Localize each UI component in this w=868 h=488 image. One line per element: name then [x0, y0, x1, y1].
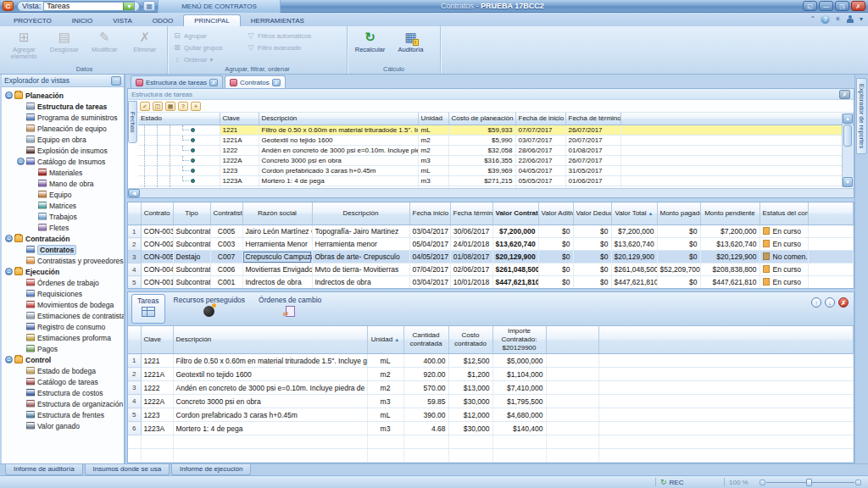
sidebar-item-control[interactable]: –Control — [3, 354, 124, 365]
breakdown-button[interactable]: ▤Desglosar — [45, 28, 85, 64]
ribbon-tab-herramientas[interactable]: HERRAMIENTAS — [241, 15, 314, 26]
document-tab-estructura-de-tareas[interactable]: Estructura de tareas✗ — [131, 75, 223, 88]
collapse-icon[interactable]: – — [17, 158, 25, 165]
expand-grid-icon[interactable]: + — [191, 102, 201, 111]
detail-tab-tareas[interactable]: Tareas — [131, 294, 165, 324]
sidebar-item-movimientos-de-bodega[interactable]: Movimientos de bodega — [3, 299, 124, 310]
ribbon-tab-inicio[interactable]: INICIO — [62, 15, 103, 26]
contract-row[interactable]: 1CON-003SubcontratoC005Jairo León Martín… — [128, 225, 854, 238]
row-number[interactable]: 1 — [128, 354, 141, 368]
column-header-monto-pagado[interactable]: Monto pagado — [657, 202, 700, 225]
vista-combo[interactable]: Tareas ▼ — [43, 2, 135, 11]
ribbon-tab-proyecto[interactable]: PROYECTO — [3, 15, 62, 26]
column-header-razon-social[interactable]: Razón social — [242, 202, 312, 225]
column-header-contratista[interactable]: Contratista — [210, 202, 242, 225]
table-row[interactable]: 123EQUIPOS UTILIZADOS EN OBRAS DE ARTEm2… — [138, 186, 854, 188]
delete-button[interactable]: ✗Eliminar — [125, 28, 165, 64]
column-header-valor-contrato[interactable]: Valor Contrato — [492, 202, 538, 225]
column-header-contrato[interactable]: Contrato — [141, 202, 173, 225]
detail-task-row[interactable]: 31222Andén en concreto de 3000 psi e=0.1… — [128, 381, 854, 395]
ungroup-button[interactable]: ⊠Quitar grupos — [170, 42, 243, 53]
pin-icon[interactable]: ◫ — [111, 76, 121, 86]
column-header-descripcion[interactable]: Descripción — [173, 326, 367, 354]
ribbon-tab-principal[interactable]: PRINCIPAL — [183, 14, 241, 26]
bottom-tab-informe-de-ejecucion[interactable]: Informe de ejecución — [171, 464, 251, 475]
table-row[interactable]: 1221Filtro de 0.50 x 0.60m en material t… — [138, 125, 854, 135]
sidebar-item-programa-de-suministros[interactable]: Programa de suministros — [3, 112, 124, 123]
row-number[interactable]: 4 — [128, 395, 141, 408]
detail-tab-recursos-perseguidos[interactable]: Recursos perseguidos — [169, 294, 251, 324]
column-header-rownum[interactable] — [128, 202, 141, 225]
column-header-clave[interactable]: Clave — [220, 113, 259, 125]
sidebar-item-requisiciones[interactable]: Requisiciones — [3, 288, 124, 299]
help-grid-icon[interactable]: ? — [178, 102, 188, 111]
sidebar-item-fletes[interactable]: Fletes — [3, 222, 124, 233]
add-element-button[interactable]: ⊞Agregar elemento — [4, 28, 44, 64]
detail-tab-ordenes-de-cambio[interactable]: Órdenes de cambio — [253, 294, 326, 324]
modify-button[interactable]: ✎Modificar — [85, 28, 125, 64]
row-number[interactable]: 5 — [128, 408, 141, 422]
contract-row[interactable]: 2CON-002SubcontratoC003Herramienta Menor… — [128, 238, 854, 251]
column-header-tipo[interactable]: Tipo — [173, 202, 210, 225]
column-header-descripcion[interactable]: Descripción — [259, 113, 418, 125]
detail-task-row[interactable]: 51223Cordon prefabricado 3 caras h+0.45m… — [128, 408, 854, 422]
detail-task-row[interactable]: 21221AGeotextil no tejido 1600m2920.00$1… — [128, 368, 854, 381]
row-number[interactable]: 5 — [128, 276, 141, 289]
scroll-left-icon[interactable]: ◀ — [128, 189, 140, 197]
ribbon-tab-odoo[interactable]: ODOO — [142, 15, 183, 26]
table-row[interactable]: 1221AGeotextil no tejido 1600m2$5,99003/… — [138, 135, 854, 145]
row-number[interactable]: 4 — [128, 263, 141, 276]
row-number[interactable]: 2 — [128, 368, 141, 381]
column-header-rownum[interactable] — [128, 326, 141, 354]
column-header-estado[interactable]: Estado — [138, 113, 220, 125]
check-columns-icon[interactable]: ✓ — [140, 102, 150, 111]
table-row[interactable]: 1222Andén en concreto de 3000 psi e=0.10… — [138, 145, 854, 155]
panel-close-icon[interactable]: ✗ — [839, 90, 850, 99]
vista-dropdown-icon[interactable]: ▼ — [123, 3, 134, 10]
tab-close-icon[interactable]: ✗ — [209, 79, 218, 86]
sidebar-item-estimaciones-proforma[interactable]: Estimaciones proforma — [3, 332, 124, 343]
column-header-valor-aditivas[interactable]: Valor Aditivas — [538, 202, 573, 225]
column-header-unidad[interactable]: Unidad▲ — [367, 326, 403, 354]
sidebar-item-contratos[interactable]: Contratos — [3, 244, 124, 255]
contract-row[interactable]: 5CON-001SubcontratoC001Indrectos de obra… — [128, 276, 854, 289]
sidebar-item-ordenes-de-trabajo[interactable]: Órdenes de trabajo — [3, 277, 124, 288]
group-button[interactable]: ⊟Agrupar — [170, 30, 243, 41]
column-header-estatus-del-contrato[interactable]: Estatus del contrato — [760, 202, 808, 225]
collapse-ribbon-icon[interactable]: ⌃ — [810, 15, 816, 23]
move-down-icon[interactable]: ↓ — [825, 297, 835, 308]
tab-close-icon[interactable]: ✗ — [272, 79, 281, 86]
contract-row[interactable]: 3CON-005DestajoC007Crepusculo CampuzanoO… — [128, 251, 854, 263]
column-header-descripcion[interactable]: Descripción — [312, 202, 409, 225]
sidebar-item-equipo[interactable]: Equipo — [3, 189, 124, 200]
sidebar-item-mano-de-obra[interactable]: Mano de obra — [3, 178, 124, 189]
document-tab-contratos[interactable]: Contratos✗ — [225, 75, 286, 88]
bottom-tab-insumos-donde-se-usa[interactable]: Insumos donde se usa — [85, 464, 170, 475]
sidebar-item-ejecucion[interactable]: –Ejecución — [3, 266, 124, 277]
column-header-clave[interactable]: Clave — [141, 326, 173, 354]
column-header-monto-pendiente[interactable]: Monto pendiente — [700, 202, 760, 225]
column-header-fecha-inicio-original[interactable]: Fecha inicio original — [409, 202, 450, 225]
advanced-filter-button[interactable]: ▽Filtro avanzado — [244, 42, 339, 53]
scroll-down-icon[interactable]: ▼ — [843, 177, 853, 187]
table-row[interactable]: 1222AConcreto 3000 psi en obram3$316,355… — [138, 155, 854, 165]
sidebar-item-catalogo-de-insumos[interactable]: –Catálogo de Insumos — [3, 156, 124, 167]
collapse-icon[interactable]: – — [5, 268, 13, 275]
recalculate-button[interactable]: ↻Recalcular — [350, 28, 390, 64]
sidebar-item-materiales[interactable]: Materiales — [3, 167, 124, 178]
column-header-costo[interactable]: Costo contratado — [448, 326, 492, 354]
column-header-importe[interactable]: Importe Contratado: $20129900 — [492, 326, 546, 354]
column-header-fecha-de-inicio[interactable]: Fecha de inicio — [515, 113, 565, 125]
sort-button[interactable]: ↕Ordenar▾ — [170, 54, 243, 64]
bottom-tab-informe-de-auditoria[interactable]: Informe de auditoría — [5, 464, 83, 475]
table-row[interactable]: 1223Cordon prefabricado 3 caras h+0.45mm… — [138, 165, 854, 175]
column-header-costo-de-planeacion[interactable]: Costo de planeación — [448, 113, 515, 125]
ribbon-tab-vista[interactable]: VISTA — [103, 15, 142, 26]
row-number[interactable]: 3 — [128, 381, 141, 395]
sidebar-item-planeacion[interactable]: –Planeación — [3, 90, 124, 101]
move-up-icon[interactable]: ↑ — [811, 297, 821, 308]
sidebar-item-estructura-de-frentes[interactable]: Estructura de frentes — [3, 409, 124, 420]
close-icon[interactable]: ✗ — [851, 1, 865, 11]
zoom-in-button[interactable] — [855, 480, 861, 485]
close-detail-icon[interactable]: ✗ — [838, 297, 849, 308]
